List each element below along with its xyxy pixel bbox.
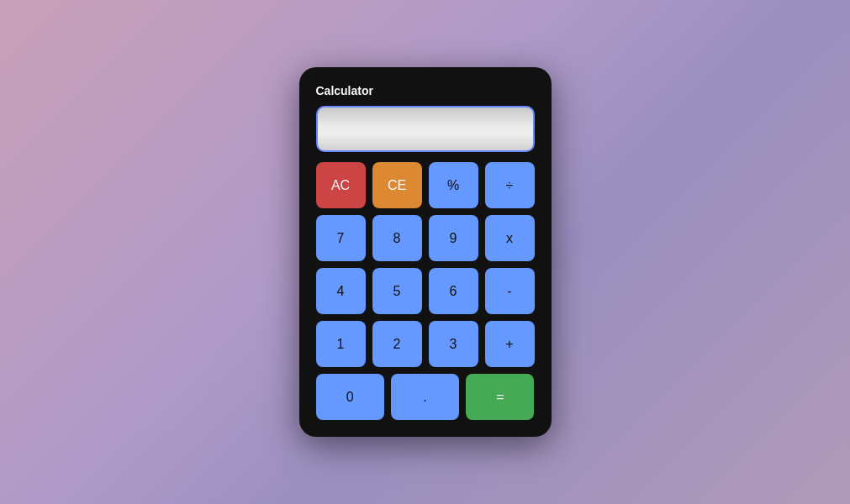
calculator: Calculator AC CE % ÷ 7 8 9 x 4 5 6 - 1 2…: [299, 67, 552, 437]
calculator-title: Calculator: [316, 84, 535, 97]
equals-button[interactable]: =: [466, 374, 534, 420]
two-button[interactable]: 2: [372, 321, 422, 367]
zero-button[interactable]: 0: [316, 374, 384, 420]
button-grid: AC CE % ÷ 7 8 9 x 4 5 6 - 1 2 3 + 0 . =: [316, 162, 535, 420]
button-row-1: AC CE % ÷: [316, 162, 535, 208]
nine-button[interactable]: 9: [429, 215, 478, 261]
five-button[interactable]: 5: [372, 268, 422, 314]
button-row-4: 1 2 3 +: [316, 321, 535, 367]
button-row-3: 4 5 6 -: [316, 268, 535, 314]
button-row-5: 0 . =: [316, 374, 535, 420]
dot-button[interactable]: .: [391, 374, 459, 420]
percent-button[interactable]: %: [429, 162, 478, 208]
multiply-button[interactable]: x: [485, 215, 535, 261]
eight-button[interactable]: 8: [372, 215, 422, 261]
six-button[interactable]: 6: [429, 268, 478, 314]
seven-button[interactable]: 7: [316, 215, 366, 261]
three-button[interactable]: 3: [429, 321, 478, 367]
add-button[interactable]: +: [485, 321, 535, 367]
subtract-button[interactable]: -: [485, 268, 535, 314]
ce-button[interactable]: CE: [372, 162, 422, 208]
ac-button[interactable]: AC: [316, 162, 366, 208]
button-row-2: 7 8 9 x: [316, 215, 535, 261]
four-button[interactable]: 4: [316, 268, 366, 314]
divide-button[interactable]: ÷: [485, 162, 535, 208]
one-button[interactable]: 1: [316, 321, 366, 367]
calculator-display: [316, 106, 535, 152]
